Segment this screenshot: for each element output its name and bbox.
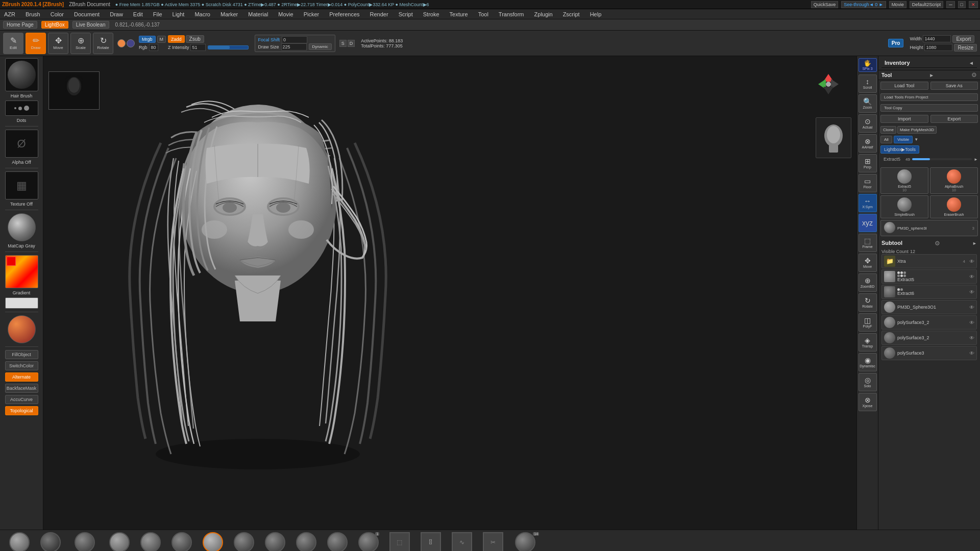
menu-zplugin[interactable]: Zplugin	[532, 11, 555, 17]
actual-btn[interactable]: ⊙ Actual	[859, 114, 877, 133]
menu-transform[interactable]: Transform	[497, 11, 526, 17]
subtool-eye-e5[interactable]: 👁	[969, 274, 974, 280]
alternate-btn[interactable]: Alternate	[5, 372, 38, 382]
tool-cell-alphabrush[interactable]: AlphaBrush 10	[930, 167, 978, 194]
tool-cell-eraserbrush[interactable]: EraserBrush	[930, 195, 978, 218]
bottom-tool-imm-primitives[interactable]: 14 IMM Primitives	[510, 532, 540, 552]
subtool-polysurface3[interactable]: polySurface3 👁	[881, 346, 977, 360]
menu-document[interactable]: Document	[72, 11, 102, 17]
save-as-btn[interactable]: Save As	[930, 82, 978, 90]
pro-btn[interactable]: Pro	[888, 39, 904, 47]
import-btn[interactable]: Import	[880, 115, 928, 123]
bottom-tool-selectrect[interactable]: ⬚ SelectRect	[385, 532, 413, 552]
scale-btn[interactable]: ⊕ Scale	[70, 33, 91, 54]
menu-draw[interactable]: Draw	[108, 11, 125, 17]
win-min[interactable]: ─	[946, 1, 954, 8]
menu-marker[interactable]: Marker	[218, 11, 240, 17]
menu-zscript[interactable]: Zscript	[561, 11, 582, 17]
menu-preferences[interactable]: Preferences	[327, 11, 361, 17]
dynamic-btn[interactable]: Dynamic	[309, 43, 332, 50]
bottom-tool-standard[interactable]: Standard	[5, 532, 33, 552]
menu-render[interactable]: Render	[368, 11, 390, 17]
bottom-tool-clipcurve[interactable]: ✂ ClipCurve	[479, 532, 507, 552]
clone-btn[interactable]: Clone	[880, 126, 896, 134]
move-view-btn[interactable]: ✥ Move	[859, 254, 877, 272]
menu-light[interactable]: Light	[170, 11, 187, 17]
bg-color[interactable]	[127, 39, 135, 47]
subtool-gear-btn[interactable]: ⚙	[935, 240, 940, 247]
subtool-eye-pm3d[interactable]: 👁	[969, 305, 974, 310]
mrgb-btn[interactable]: Mrgb	[139, 36, 156, 43]
menu-azr[interactable]: AZR	[2, 11, 17, 17]
fg-color[interactable]	[117, 39, 126, 47]
aahalf-btn[interactable]: ⊗ AAHalf	[859, 134, 877, 153]
lightbox-tools-btn[interactable]: Lightbox▶Tools	[880, 145, 919, 154]
inventory-arrow[interactable]: ◄	[969, 60, 974, 66]
load-tools-project-btn[interactable]: Load Tools From Project	[880, 93, 978, 101]
bottom-tool-damstandard[interactable]: DamStandard	[36, 532, 65, 552]
copy-tool-btn[interactable]: Tool Copy	[880, 104, 978, 112]
quick-save-btn[interactable]: QuickSave	[811, 1, 839, 8]
menu-help[interactable]: Help	[588, 11, 604, 17]
z-intensity-slider[interactable]	[208, 45, 249, 49]
menu-file[interactable]: File	[151, 11, 164, 17]
xsym-btn[interactable]: ↔ X:Sym	[859, 194, 877, 212]
texture-btn[interactable]: ▦	[5, 171, 38, 199]
polyf-btn[interactable]: ◫ PolyF	[859, 313, 877, 332]
solo-btn[interactable]: ◎ Solo	[859, 373, 877, 391]
all-btn[interactable]: All	[880, 136, 892, 143]
bottom-tool-trimcurve[interactable]: ∿ TrimCurve	[448, 532, 476, 552]
orientation-widget[interactable]	[816, 71, 841, 97]
menu-edit[interactable]: Edit	[131, 11, 145, 17]
subtool-extract5[interactable]: Extract5 👁	[881, 269, 977, 284]
white-swatch-btn[interactable]	[5, 297, 38, 309]
s-btn[interactable]: S	[339, 40, 347, 47]
brush-preview-btn[interactable]	[5, 58, 38, 91]
export-tool-btn[interactable]: Export	[930, 115, 978, 123]
bottom-tool-inflate[interactable]: Inflate	[323, 532, 351, 552]
camera-preview[interactable]	[816, 117, 851, 158]
bottom-tool-snakehook[interactable]: SnakeHook	[136, 532, 164, 552]
gear-btn[interactable]: ⚙	[971, 71, 977, 79]
rotate-view-btn[interactable]: ↻ Rotate	[859, 293, 877, 312]
subtool-eye-xtra[interactable]: 👁	[969, 259, 974, 264]
dots-preview[interactable]	[5, 101, 38, 116]
subtool-extract6[interactable]: Extract6 👁	[881, 285, 977, 299]
alpha-btn[interactable]: Ø	[5, 130, 38, 158]
transp-btn[interactable]: ◈ Transp	[859, 333, 877, 352]
width-input[interactable]	[923, 35, 951, 42]
matcap-btn[interactable]	[8, 213, 36, 241]
bottom-tool-trimdynamic[interactable]: TrimDynamic	[261, 532, 289, 552]
menu-script[interactable]: Script	[397, 11, 415, 17]
floor-btn[interactable]: ▭ Floor	[859, 174, 877, 192]
bottom-tool-flatten[interactable]: Flatten	[292, 532, 320, 552]
win-max[interactable]: □	[958, 1, 966, 8]
bottom-tool-clay[interactable]: Clay	[105, 532, 133, 552]
see-through-btn[interactable]: See-through◄ 0 ►	[841, 1, 886, 8]
switch-color-btn[interactable]: SwitchColor	[5, 361, 38, 370]
xpose-btn[interactable]: ⊗ Xpose	[859, 393, 877, 411]
bottom-tool-pinch[interactable]: Pinch	[230, 532, 258, 552]
bottom-tool-azrclaybuildup[interactable]: AZR_ClayBuildU	[68, 532, 103, 552]
menu-material[interactable]: Material	[246, 11, 270, 17]
lightbox-btn[interactable]: LightBox	[41, 21, 68, 29]
default2script-btn[interactable]: Default2Script	[910, 1, 944, 8]
subtool-polysurface1[interactable]: polySurface3_2 👁	[881, 315, 977, 330]
subtool-eye-ps1[interactable]: 👁	[969, 320, 974, 325]
subtool-eye-ps3[interactable]: 👁	[969, 350, 974, 356]
backface-mask-btn[interactable]: BackfaceMask	[5, 384, 38, 393]
rotate-btn[interactable]: ↻ Rotate	[93, 33, 113, 54]
menu-stroke[interactable]: Stroke	[421, 11, 442, 17]
menu-picker[interactable]: Picker	[302, 11, 322, 17]
tool-section-arrow[interactable]: ►	[929, 72, 934, 78]
menu-color[interactable]: Color	[48, 11, 66, 17]
home-page-btn[interactable]: Home Page	[3, 21, 37, 29]
resize-btn[interactable]: Resize	[954, 44, 977, 52]
canvas-area[interactable]	[43, 56, 856, 530]
color-picker-btn[interactable]	[5, 255, 38, 288]
focal-shift-input[interactable]	[282, 36, 307, 43]
menu-macro[interactable]: Macro	[192, 11, 212, 17]
accu-curve-btn[interactable]: AccuCurve	[5, 395, 38, 404]
model-viewport[interactable]	[43, 56, 856, 530]
bottom-tool-move[interactable]: Move	[167, 532, 195, 552]
